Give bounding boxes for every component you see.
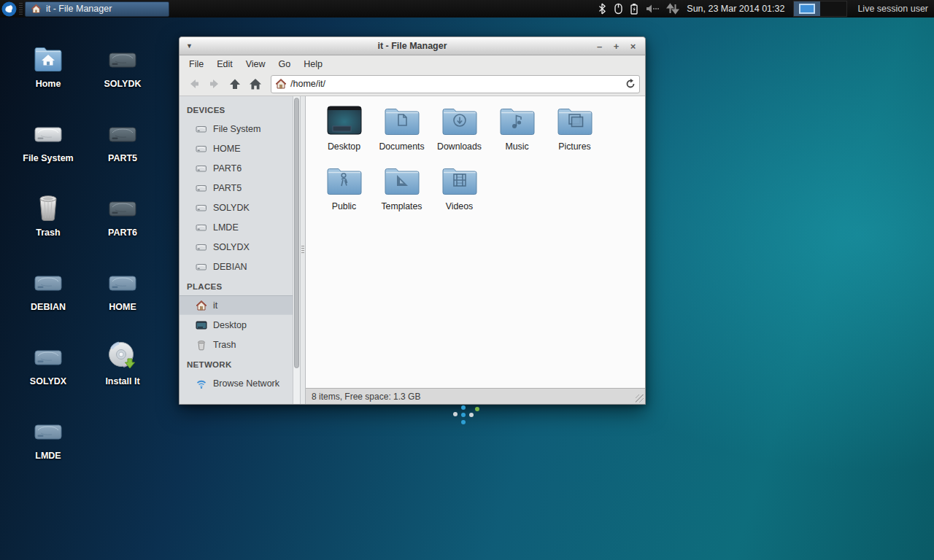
sidebar-item-solydx[interactable]: SOLYDX (180, 237, 293, 257)
picture-folder-icon (546, 105, 603, 137)
drive-dark-icon (89, 117, 156, 150)
spinner-dot (453, 412, 458, 416)
up-button[interactable] (225, 75, 244, 93)
file-view[interactable]: Desktop Documents Downloads Music Pictur… (306, 96, 645, 388)
sidebar-item-desktop[interactable]: Desktop (180, 315, 293, 335)
path-input[interactable]: /home/it/ (290, 79, 622, 89)
sidebar-section-network: NETWORK (180, 354, 293, 373)
desktop-icon-home[interactable]: Home (15, 42, 82, 89)
file-icon-desktop[interactable]: Desktop (315, 105, 373, 165)
status-text: 8 items, Free space: 1.3 GB (312, 392, 420, 402)
sidebar-item-label: DEBIAN (213, 262, 247, 272)
sidebar-item-label: SOLYDK (213, 203, 250, 213)
sidebar-item-debian[interactable]: DEBIAN (180, 257, 293, 276)
file-icon-downloads[interactable]: Downloads (431, 105, 488, 165)
volume-muted-icon[interactable] (645, 3, 660, 15)
download-folder-icon (431, 105, 488, 137)
sidebar-item-part6[interactable]: PART6 (180, 158, 293, 178)
file-icon-videos[interactable]: Videos (431, 165, 488, 225)
desktop-icon-debian[interactable]: DEBIAN (15, 265, 82, 312)
file-icon-pictures[interactable]: Pictures (546, 105, 603, 165)
desktop-icon-part6[interactable]: PART6 (89, 191, 156, 238)
desktop-icon-home[interactable]: HOME (89, 265, 156, 312)
sidebar-scrollbar-thumb[interactable] (294, 98, 299, 368)
workspace-2[interactable] (820, 1, 846, 16)
desktop-icon-label: HOME (89, 302, 156, 312)
menu-file[interactable]: File (182, 58, 210, 71)
workspace-switcher (793, 1, 847, 17)
file-label: Videos (431, 201, 488, 211)
taskbar-window-label: it - File Manager (46, 4, 112, 14)
spinner-dot (461, 405, 466, 410)
desktop-icon-install-it[interactable]: Install It (89, 340, 156, 386)
titlebar[interactable]: ▼ it - File Manager – + × (180, 37, 645, 55)
mouse-icon[interactable] (614, 3, 623, 15)
taskbar-window-button[interactable]: it - File Manager (25, 1, 169, 17)
desktop-icon-label: Install It (89, 376, 156, 386)
distro-logo-icon[interactable] (1, 1, 17, 17)
desktop-icon-lmde[interactable]: LMDE (15, 414, 82, 461)
desktop-icon-label: LMDE (15, 451, 82, 461)
pane-splitter[interactable] (300, 96, 306, 404)
drive-icon (196, 261, 207, 273)
sidebar-item-trash[interactable]: Trash (180, 335, 293, 354)
desktop-icon-label: PART6 (89, 228, 156, 238)
sidebar-item-solydk[interactable]: SOLYDK (180, 198, 293, 217)
panel-clock[interactable]: Sun, 23 Mar 2014 01:32 (687, 4, 784, 14)
network-arrows-icon[interactable] (666, 3, 679, 15)
screen-icon (196, 319, 207, 331)
resize-grip[interactable] (636, 394, 644, 402)
workspace-1[interactable] (794, 1, 820, 16)
sidebar-item-file-system[interactable]: File System (180, 119, 293, 139)
drive-blue-icon (15, 265, 82, 299)
desktop-icon-solydx[interactable]: SOLYDX (15, 340, 82, 386)
file-label: Desktop (315, 141, 373, 152)
sidebar: DEVICES File System HOME PART6 PART5 SOL… (180, 96, 293, 404)
menu-edit[interactable]: Edit (210, 58, 239, 71)
desktop-icon-label: SOLYDK (89, 79, 156, 89)
sidebar-item-browse-network[interactable]: Browse Network (180, 373, 293, 393)
sidebar-item-label: SOLYDX (213, 242, 250, 252)
sidebar-item-part5[interactable]: PART5 (180, 178, 293, 198)
window-menu-icon[interactable]: ▼ (186, 42, 193, 50)
file-icon-public[interactable]: Public (315, 165, 373, 225)
home-button[interactable] (246, 75, 265, 93)
panel-handle[interactable] (19, 3, 23, 15)
close-button[interactable]: × (627, 40, 639, 52)
music-folder-icon (488, 105, 546, 137)
status-bar: 8 items, Free space: 1.3 GB (306, 388, 645, 404)
sidebar-item-home[interactable]: HOME (180, 139, 293, 158)
file-icon-music[interactable]: Music (488, 105, 546, 165)
file-icon-templates[interactable]: Templates (373, 165, 431, 225)
minimize-button[interactable]: – (593, 40, 606, 52)
video-folder-icon (431, 165, 488, 197)
spinner-dot (461, 413, 466, 417)
bluetooth-icon[interactable] (597, 3, 607, 15)
battery-icon[interactable] (630, 3, 638, 15)
desktop-icon-label: Home (15, 79, 82, 89)
desktop-icon-solydk[interactable]: SOLYDK (89, 42, 156, 89)
maximize-button[interactable]: + (610, 40, 622, 52)
template-folder-icon (373, 165, 431, 197)
desktop-icon-file-system[interactable]: File System (15, 117, 82, 163)
sidebar-item-lmde[interactable]: LMDE (180, 217, 293, 237)
desktop-icon-label: PART5 (89, 153, 156, 163)
menu-view[interactable]: View (239, 58, 272, 71)
menu-help[interactable]: Help (297, 58, 329, 71)
desktop-icon-label: Trash (15, 228, 82, 238)
document-folder-icon (373, 105, 431, 137)
desktop-icon-part5[interactable]: PART5 (89, 117, 156, 163)
system-tray (597, 3, 679, 15)
spinner-dot (469, 413, 474, 417)
desktop-icon-trash[interactable]: Trash (15, 191, 82, 238)
path-bar[interactable]: /home/it/ (271, 75, 640, 93)
file-icon-documents[interactable]: Documents (373, 105, 431, 165)
desktop-folder-icon (315, 105, 373, 137)
sidebar-item-it[interactable]: it (180, 295, 293, 315)
sidebar-scrollbar[interactable] (293, 96, 300, 404)
forward-button (205, 75, 224, 93)
reload-icon[interactable] (625, 79, 636, 89)
menu-go[interactable]: Go (272, 58, 298, 71)
drive-icon (196, 241, 207, 253)
busy-spinner (451, 403, 483, 428)
